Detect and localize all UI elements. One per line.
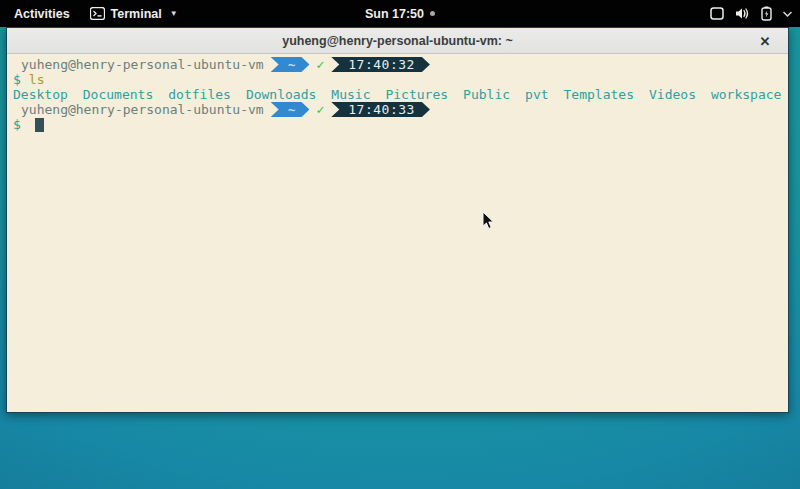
check-icon: ✓ [316,57,324,72]
directory-name: workspace [711,87,781,102]
activities-button[interactable]: Activities [10,5,74,23]
directory-name: Documents [83,87,153,102]
directory-name: dotfiles [168,87,231,102]
command-line: $ ls [13,72,788,87]
directory-name: Videos [649,87,696,102]
battery-charging-icon [761,6,772,21]
directory-name: Public [463,87,510,102]
powerline-time-segment: 17:40:33 [331,102,430,117]
directory-name: Music [331,87,370,102]
mouse-cursor-icon [482,211,495,234]
powerline-path-segment: ~ [271,57,310,72]
terminal-window: yuheng@henry-personal-ubuntu-vm: ~ ✕ yuh… [6,27,789,413]
window-titlebar[interactable]: yuheng@henry-personal-ubuntu-vm: ~ ✕ [7,28,788,54]
system-status-area[interactable] [710,0,792,27]
directory-name: Desktop [13,87,68,102]
powerline-time-segment: 17:40:32 [331,57,430,72]
prompt-symbol: $ [13,72,21,87]
display-icon [710,7,724,20]
prompt-user: yuheng@henry-personal-ubuntu-vm [13,102,264,117]
top-bar: Activities Terminal ▼ Sun 17:50 [0,0,800,27]
text-cursor [35,118,44,132]
check-icon: ✓ [316,102,324,117]
directory-name: Templates [564,87,634,102]
directory-name: pvt [525,87,548,102]
directory-name: Downloads [246,87,316,102]
app-menu-label: Terminal [111,7,162,21]
prompt-line: yuheng@henry-personal-ubuntu-vm ~ ✓ 17:4… [13,57,788,72]
prompt-line: yuheng@henry-personal-ubuntu-vm ~ ✓ 17:4… [13,102,788,117]
directory-name: Pictures [385,87,448,102]
powerline-path-segment: ~ [271,102,310,117]
clock[interactable]: Sun 17:50 [365,7,424,21]
volume-icon [735,7,750,20]
window-title: yuheng@henry-personal-ubuntu-vm: ~ [282,34,513,48]
terminal-content[interactable]: yuheng@henry-personal-ubuntu-vm ~ ✓ 17:4… [7,54,788,412]
input-line[interactable]: $ [13,117,788,132]
chevron-down-icon [783,11,792,17]
close-button[interactable]: ✕ [754,28,776,54]
chevron-down-icon: ▼ [170,10,178,18]
notification-dot-icon [430,11,435,16]
prompt-symbol: $ [13,117,21,132]
command-text: ls [29,72,45,87]
app-menu-terminal[interactable]: Terminal ▼ [90,7,178,21]
ls-output-line: Desktop Documents dotfiles Downloads Mus… [13,87,788,102]
terminal-app-icon [90,7,105,20]
prompt-user: yuheng@henry-personal-ubuntu-vm [13,57,264,72]
